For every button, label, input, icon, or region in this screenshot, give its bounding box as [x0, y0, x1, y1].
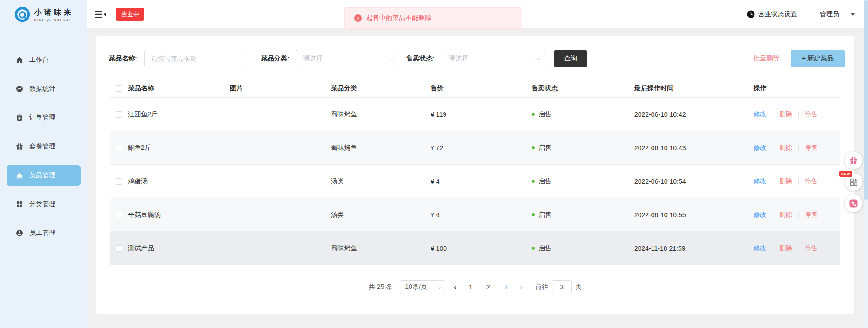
row-checkbox[interactable]: [116, 245, 122, 252]
dish-price: ¥ 119: [431, 111, 532, 118]
dish-table: 菜品名称 图片 菜品分类 售价 售卖状态 最后操作时间 操作 江团鱼2斤 蜀味烤…: [110, 79, 840, 265]
page-1-button[interactable]: 1: [464, 283, 477, 291]
user-menu[interactable]: 管理员: [820, 10, 855, 19]
action-divider: [798, 145, 799, 151]
pagination: 共 25 条 10条/页 ‹ 1 2 3 › 前往 页: [96, 280, 854, 294]
sidebar-item-label: 工作台: [29, 56, 49, 64]
sidebar-item-dishes[interactable]: 菜品管理: [7, 165, 81, 186]
stop-sale-link[interactable]: 停售: [805, 244, 818, 253]
scrollbar-thumb[interactable]: [864, 0, 868, 200]
dish-status: 启售: [538, 144, 552, 152]
dish-category: 蜀味烤鱼: [331, 144, 431, 152]
sidebar-item-categories[interactable]: 分类管理: [7, 194, 81, 214]
dish-name: 测试产品: [128, 244, 230, 253]
grid-squares-icon: [16, 201, 23, 208]
action-divider: [773, 111, 773, 118]
sale-status-select[interactable]: 请选择: [442, 50, 545, 67]
miniapp-widget-button[interactable]: NEW: [845, 173, 862, 191]
col-actions: 操作: [754, 84, 840, 93]
sidebar-item-label: 分类管理: [29, 200, 55, 208]
status-dot-icon: [532, 247, 535, 250]
clock-icon: [747, 10, 755, 18]
sidebar-item-orders[interactable]: 订单管理: [7, 107, 81, 128]
stop-sale-link[interactable]: 停售: [805, 177, 818, 186]
row-checkbox[interactable]: [116, 212, 122, 218]
delete-link[interactable]: 删除: [779, 144, 792, 152]
last-modified-time: 2022-06-10 10:42: [634, 111, 754, 118]
status-dot-icon: [532, 146, 535, 149]
dish-name: 鸡蛋汤: [128, 177, 230, 186]
dish-category-select[interactable]: 请选择: [296, 50, 399, 67]
col-status: 售卖状态: [532, 84, 634, 93]
row-checkbox[interactable]: [116, 178, 122, 185]
home-icon: [16, 56, 23, 64]
sidebar-item-combos[interactable]: 套餐管理: [7, 136, 81, 157]
action-divider: [773, 245, 773, 252]
select-all-checkbox[interactable]: [116, 85, 122, 92]
action-divider: [773, 178, 773, 185]
page-3-button-current[interactable]: 3: [500, 283, 512, 291]
delete-link[interactable]: 删除: [779, 110, 792, 119]
sidebar-item-workbench[interactable]: 工作台: [7, 50, 81, 70]
prev-page-button[interactable]: ‹: [451, 283, 459, 291]
vertical-scrollbar[interactable]: [864, 0, 868, 328]
sidebar-item-staff[interactable]: 员工管理: [7, 223, 81, 243]
search-button[interactable]: 查询: [554, 50, 587, 67]
translate-widget-button[interactable]: [845, 194, 862, 212]
brand-logo: 小诸味来 Xiao Qi Wei Lai: [0, 0, 87, 29]
row-checkbox[interactable]: [116, 111, 122, 118]
goto-page-input[interactable]: [552, 280, 572, 294]
dish-status: 启售: [538, 211, 552, 219]
chevron-down-icon: [437, 284, 442, 289]
sidebar: 小诸味来 Xiao Qi Wei Lai 工作台 数据统计 订单管理 套餐管理 …: [0, 0, 87, 328]
last-modified-time: 2024-11-18 21:59: [634, 245, 754, 252]
dish-name: 平菇豆腐汤: [128, 211, 230, 219]
status-dot-icon: [532, 180, 535, 183]
business-open-badge: 营业中: [116, 8, 144, 21]
error-toast: 起售中的菜品不能删除: [344, 7, 522, 29]
page-2-button[interactable]: 2: [482, 283, 494, 291]
page-size-select[interactable]: 10条/页: [400, 280, 445, 294]
business-status-label: 营业状态设置: [758, 10, 797, 19]
collapse-menu-icon[interactable]: [95, 11, 106, 18]
content-area: 菜品名称: 菜品分类: 请选择 售卖状态: 请选择 查询 批量删除 + 新建菜品: [87, 29, 868, 328]
goto-suffix: 页: [575, 283, 582, 291]
dish-name-input[interactable]: [144, 50, 247, 67]
business-status-settings[interactable]: 营业状态设置: [747, 10, 797, 19]
table-row: 平菇豆腐汤 汤类 ¥ 6 启售 2022-06-10 10:55 修改 删除 停…: [110, 198, 840, 232]
dish-category-label: 菜品分类:: [261, 54, 289, 63]
next-page-button[interactable]: ›: [517, 283, 525, 291]
table-header: 菜品名称 图片 菜品分类 售价 售卖状态 最后操作时间 操作: [110, 79, 840, 98]
row-checkbox[interactable]: [116, 145, 122, 151]
new-badge: NEW: [839, 171, 852, 177]
chart-trend-icon: [16, 85, 23, 93]
action-divider: [798, 111, 799, 118]
edit-link[interactable]: 修改: [754, 110, 767, 119]
action-divider: [798, 245, 799, 252]
gift-icon: [849, 156, 858, 165]
edit-link[interactable]: 修改: [754, 177, 767, 186]
filter-bar: 菜品名称: 菜品分类: 请选择 售卖状态: 请选择 查询 批量删除 + 新建菜品: [96, 36, 854, 67]
sidebar-item-statistics[interactable]: 数据统计: [7, 79, 81, 99]
stop-sale-link[interactable]: 停售: [805, 211, 818, 219]
batch-delete-button[interactable]: 批量删除: [754, 54, 780, 63]
delete-link[interactable]: 删除: [779, 177, 792, 186]
delete-link[interactable]: 删除: [779, 244, 792, 253]
dish-status: 启售: [538, 110, 552, 119]
last-modified-time: 2022-06-10 10:54: [634, 178, 754, 185]
clipboard-icon: [16, 114, 23, 121]
gift-widget-button[interactable]: [845, 152, 862, 169]
new-dish-button[interactable]: + 新建菜品: [791, 50, 845, 67]
delete-link[interactable]: 删除: [779, 211, 792, 219]
table-row: 鸡蛋汤 汤类 ¥ 4 启售 2022-06-10 10:54 修改 删除 停售: [110, 165, 840, 198]
edit-link[interactable]: 修改: [754, 211, 767, 219]
stop-sale-link[interactable]: 停售: [805, 144, 818, 152]
stop-sale-link[interactable]: 停售: [805, 110, 818, 119]
translate-icon: [849, 199, 858, 208]
dish-category: 蜀味烤鱼: [331, 110, 431, 119]
person-circle-icon: [16, 229, 23, 237]
edit-link[interactable]: 修改: [754, 144, 767, 152]
edit-link[interactable]: 修改: [754, 244, 767, 253]
floating-widgets: NEW: [845, 152, 863, 216]
dish-cloche-icon: [16, 172, 23, 179]
